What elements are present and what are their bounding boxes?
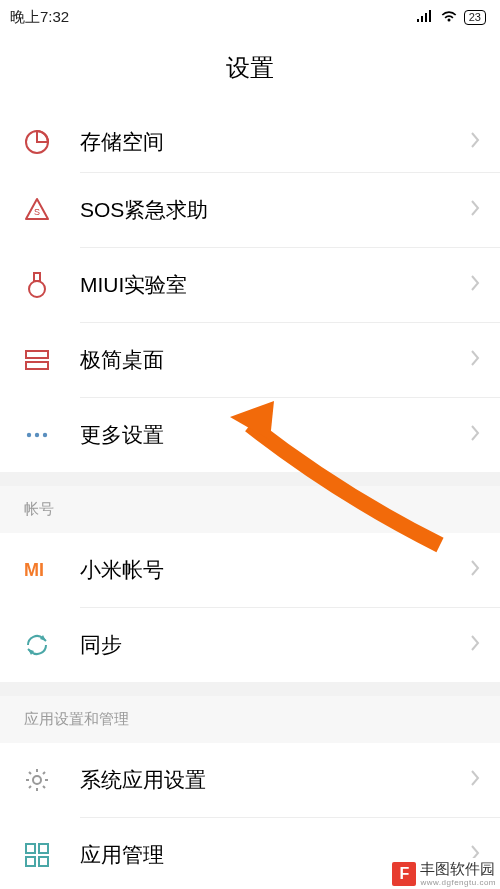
- page-title: 设置: [0, 34, 500, 112]
- svg-rect-14: [39, 857, 48, 866]
- sync-icon: [24, 632, 60, 658]
- chevron-right-icon: [470, 424, 480, 446]
- status-time: 晚上7:32: [10, 8, 69, 27]
- chevron-right-icon: [470, 274, 480, 296]
- svg-rect-3: [34, 273, 40, 281]
- mi-logo-icon: MI: [24, 560, 60, 580]
- svg-point-8: [43, 433, 47, 437]
- chevron-right-icon: [470, 349, 480, 371]
- svg-rect-12: [39, 844, 48, 853]
- item-sos[interactable]: S SOS紧急求助: [0, 173, 500, 247]
- status-right: 23: [416, 9, 486, 26]
- section-gap: [0, 682, 500, 696]
- item-sync[interactable]: 同步: [0, 608, 500, 682]
- item-label: 同步: [60, 631, 470, 659]
- signal-icon: [416, 9, 434, 26]
- svg-point-6: [27, 433, 31, 437]
- svg-point-7: [35, 433, 39, 437]
- svg-text:S: S: [34, 207, 40, 217]
- svg-rect-5: [26, 362, 48, 369]
- chevron-right-icon: [470, 131, 480, 153]
- svg-rect-4: [26, 351, 48, 358]
- section-gap: [0, 472, 500, 486]
- item-label: 小米帐号: [60, 556, 470, 584]
- item-more-settings[interactable]: 更多设置: [0, 398, 500, 472]
- item-storage[interactable]: 存储空间: [0, 112, 500, 172]
- chevron-right-icon: [470, 769, 480, 791]
- item-label: MIUI实验室: [60, 271, 470, 299]
- item-label: 存储空间: [60, 128, 470, 156]
- settings-list: 存储空间 S SOS紧急求助 MIUI实验室 极简桌面: [0, 112, 500, 889]
- lab-icon: [24, 271, 60, 299]
- apps-icon: [24, 842, 60, 868]
- svg-rect-13: [26, 857, 35, 866]
- status-bar: 晚上7:32 23: [0, 0, 500, 34]
- item-label: SOS紧急求助: [60, 196, 470, 224]
- storage-icon: [24, 129, 60, 155]
- more-icon: [24, 431, 60, 439]
- chevron-right-icon: [470, 559, 480, 581]
- wifi-icon: [440, 9, 458, 26]
- section-header-appmgmt: 应用设置和管理: [0, 696, 500, 743]
- battery-icon: 23: [464, 10, 486, 25]
- chevron-right-icon: [470, 634, 480, 656]
- item-label: 更多设置: [60, 421, 470, 449]
- chevron-right-icon: [470, 199, 480, 221]
- item-label: 极简桌面: [60, 346, 470, 374]
- item-miui-lab[interactable]: MIUI实验室: [0, 248, 500, 322]
- svg-point-10: [33, 776, 41, 784]
- watermark-badge: F: [392, 862, 416, 886]
- item-label: 系统应用设置: [60, 766, 470, 794]
- svg-point-2: [29, 281, 45, 297]
- item-mi-account[interactable]: MI 小米帐号: [0, 533, 500, 607]
- section-header-account: 帐号: [0, 486, 500, 533]
- simple-desktop-icon: [24, 349, 60, 371]
- sos-icon: S: [24, 197, 60, 223]
- gear-icon: [24, 767, 60, 793]
- watermark-text: 丰图软件园 www.dgfengtu.com: [420, 860, 496, 887]
- watermark: F 丰图软件园 www.dgfengtu.com: [390, 858, 500, 889]
- item-simple-desktop[interactable]: 极简桌面: [0, 323, 500, 397]
- svg-text:MI: MI: [24, 560, 44, 580]
- item-system-app-settings[interactable]: 系统应用设置: [0, 743, 500, 817]
- svg-rect-11: [26, 844, 35, 853]
